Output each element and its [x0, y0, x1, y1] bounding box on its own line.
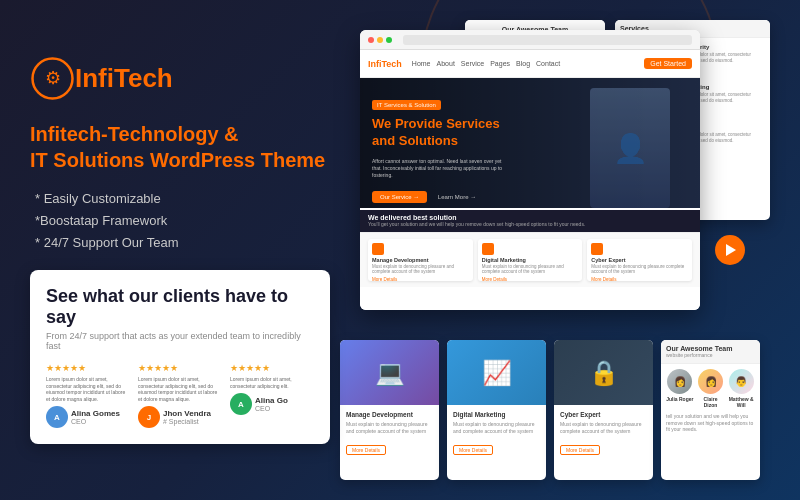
bottom-screenshot-2: 📈 Digital Marketing Must explain to deno… — [447, 340, 546, 480]
bottom-card-content-1: Manage Development Must explain to denou… — [340, 405, 439, 462]
team-bottom-member-3: 👨 Matthew & Will — [727, 369, 755, 408]
service-card-title-1: Manage Development — [372, 257, 469, 263]
bottom-img-2: 📈 — [447, 340, 546, 405]
hero-background-image: 👤 — [590, 88, 670, 208]
team-bottom-avatar-2: 👩 — [698, 369, 723, 394]
review-info-2: Jhon Vendra # Specialist — [163, 409, 222, 425]
team-bottom-title: Our Awesome Team — [666, 345, 755, 352]
browser-dot-green — [386, 37, 392, 43]
reviewer-role-1: CEO — [71, 418, 130, 425]
nav-service[interactable]: Service — [461, 60, 484, 67]
service-card-link-2[interactable]: More Details — [482, 277, 579, 282]
gear-icon: ⚙ — [30, 56, 75, 101]
avatar-2: J — [138, 406, 160, 428]
browser-bar — [360, 30, 700, 50]
review-item-3: ★★★★★ Lorem ipsum dolor sit amet, consec… — [230, 363, 314, 428]
bottom-card-link-1[interactable]: More Details — [346, 445, 386, 455]
team-bottom-subtitle: website performance — [666, 352, 755, 358]
service-card-text-1: Must explain to denouncing pleasure and … — [372, 264, 469, 276]
review-text-1: Lorem ipsum dolor sit amet, consectetur … — [46, 376, 130, 402]
avatar-1: A — [46, 406, 68, 428]
logo-area: ⚙ InfiTech — [30, 56, 350, 101]
bottom-screenshot-1: 💻 Manage Development Must explain to den… — [340, 340, 439, 480]
service-card-link-1[interactable]: More Details — [372, 277, 469, 282]
reviewer-name-3: Alina Go — [255, 396, 314, 405]
browser-dot-yellow — [377, 37, 383, 43]
nav-about[interactable]: About — [437, 60, 455, 67]
solution-bar: We delivered best solution You'll get yo… — [360, 210, 700, 232]
review-text-3: Lorem ipsum dolor sit amet, consectetur … — [230, 376, 314, 389]
hero-cta-button[interactable]: Our Service → — [372, 191, 427, 203]
bottom-card-text-1: Must explain to denouncing pleasure and … — [346, 421, 433, 434]
hero-secondary-button[interactable]: Learn More → — [438, 194, 476, 200]
nav-pages[interactable]: Pages — [490, 60, 510, 67]
bottom-card-link-2[interactable]: More Details — [453, 445, 493, 455]
solution-title: We delivered best solution — [368, 214, 692, 221]
stars-2: ★★★★★ — [138, 363, 222, 373]
team-bottom-avatar-3: 👨 — [729, 369, 754, 394]
nav-contact[interactable]: Contact — [536, 60, 560, 67]
service-card-2: Digital Marketing Must explain to denoun… — [478, 239, 583, 281]
page-container: ⚙ InfiTech Infitech-Technology & IT Solu… — [0, 0, 800, 500]
solution-text: You'll get your solution and we will hel… — [368, 221, 692, 228]
team-bottom-members: 👩 Julia Roger 👩 Claire Dizon 👨 Matthew &… — [661, 364, 760, 413]
testimonial-subtitle: From 24/7 support that acts as your exte… — [46, 331, 314, 351]
site-hero: IT Services & Solution We Provide Servic… — [360, 78, 700, 208]
bottom-card-title-3: Cyber Expert — [560, 411, 647, 418]
browser-dot-red — [368, 37, 374, 43]
feature-item: *Boostatap Framework — [30, 213, 350, 228]
service-card-1: Manage Development Must explain to denou… — [368, 239, 473, 281]
play-button[interactable] — [715, 235, 745, 265]
review-text-2: Lorem ipsum dolor sit amet, consectetur … — [138, 376, 222, 402]
browser-content: InfiTech Home About Service Pages Blog C… — [360, 50, 700, 310]
review-footer-3: A Alina Go CEO — [230, 393, 314, 415]
nav-home[interactable]: Home — [412, 60, 431, 67]
hero-badge: IT Services & Solution — [372, 100, 441, 110]
bottom-card-link-3[interactable]: More Details — [560, 445, 600, 455]
team-bottom-text: tell your solution and we will help you … — [661, 413, 760, 433]
team-bottom-name-3: Matthew & Will — [727, 396, 755, 408]
review-info-3: Alina Go CEO — [255, 396, 314, 412]
team-bottom-member-1: 👩 Julia Roger — [666, 369, 694, 408]
left-panel: ⚙ InfiTech Infitech-Technology & IT Solu… — [30, 56, 350, 444]
bottom-card-title-1: Manage Development — [346, 411, 433, 418]
service-card-3: Cyber Expert Must explain to denouncing … — [587, 239, 692, 281]
service-card-title-3: Cyber Expert — [591, 257, 688, 263]
bottom-img-3: 🔒 — [554, 340, 653, 405]
nav-blog[interactable]: Blog — [516, 60, 530, 67]
bottom-card-text-3: Must explain to denouncing pleasure comp… — [560, 421, 647, 434]
review-item-1: ★★★★★ Lorem ipsum dolor sit amet, consec… — [46, 363, 130, 428]
testimonial-title: See what our clients have to say — [46, 286, 314, 328]
team-bottom-name-1: Julia Roger — [666, 396, 694, 402]
nav-cta-button[interactable]: Get Started — [644, 58, 692, 69]
stars-3: ★★★★★ — [230, 363, 314, 373]
site-logo: InfiTech — [368, 59, 402, 69]
testimonial-card: See what our clients have to say From 24… — [30, 270, 330, 444]
reviewer-name-2: Jhon Vendra — [163, 409, 222, 418]
team-bottom-name-2: Claire Dizon — [697, 396, 725, 408]
service-card-icon-1 — [372, 243, 384, 255]
right-panel: Our Awesome Team website performance 👩 J… — [330, 20, 770, 480]
stars-1: ★★★★★ — [46, 363, 130, 373]
team-bottom-avatar-1: 👩 — [667, 369, 692, 394]
bottom-screenshots-row: 💻 Manage Development Must explain to den… — [330, 340, 770, 480]
team-bottom-member-2: 👩 Claire Dizon — [697, 369, 725, 408]
avatar-3: A — [230, 393, 252, 415]
service-card-text-2: Must explain to denouncing pleasure and … — [482, 264, 579, 276]
bottom-card-content-3: Cyber Expert Must explain to denouncing … — [554, 405, 653, 462]
reviewer-role-3: CEO — [255, 405, 314, 412]
main-browser-mockup: InfiTech Home About Service Pages Blog C… — [360, 30, 700, 310]
site-services-row: Manage Development Must explain to denou… — [360, 232, 700, 287]
reviewer-name-1: Alina Gomes — [71, 409, 130, 418]
main-headline: Infitech-Technology & IT Solutions WordP… — [30, 121, 350, 173]
service-card-text-3: Must explain to denouncing pleasure comp… — [591, 264, 688, 276]
team-bottom-header: Our Awesome Team website performance — [661, 340, 760, 364]
feature-item: * Easily Customizable — [30, 191, 350, 206]
service-card-link-3[interactable]: More Details — [591, 277, 688, 282]
browser-address-bar — [403, 35, 692, 45]
service-card-icon-2 — [482, 243, 494, 255]
review-footer-2: J Jhon Vendra # Specialist — [138, 406, 222, 428]
features-list: * Easily Customizable *Boostatap Framewo… — [30, 191, 350, 250]
service-card-icon-3 — [591, 243, 603, 255]
service-card-title-2: Digital Marketing — [482, 257, 579, 263]
